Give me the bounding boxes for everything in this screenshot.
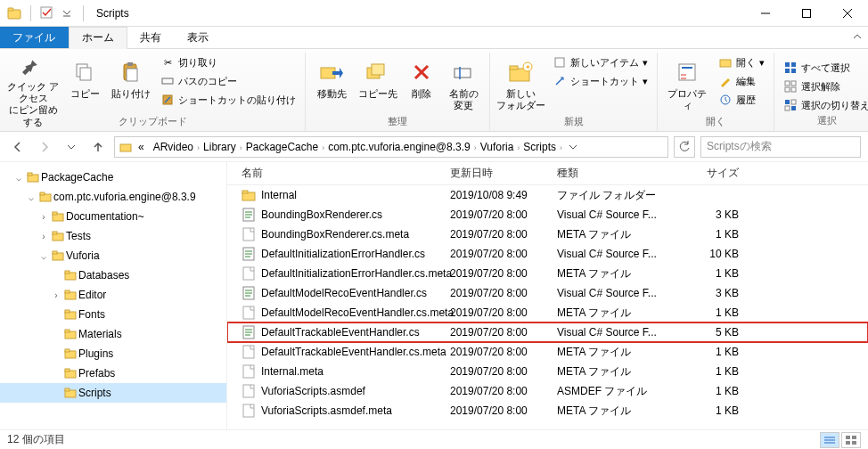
edit-button[interactable]: 編集 <box>715 73 768 89</box>
tree-item[interactable]: ›Documentation~ <box>0 207 226 226</box>
close-button[interactable] <box>827 0 868 27</box>
new-item-icon <box>553 55 567 69</box>
tree-panel[interactable]: ⌵PackageCache⌵com.ptc.vuforia.engine@8.3… <box>0 162 227 429</box>
tree-item[interactable]: ⌵com.ptc.vuforia.engine@8.3.9 <box>0 187 226 207</box>
breadcrumb-item[interactable]: PackageCache <box>242 141 322 153</box>
file-row[interactable]: BoundingBoxRenderer.cs.meta2019/07/20 8:… <box>227 224 868 244</box>
move-to-button[interactable]: 移動先 <box>311 54 352 115</box>
svg-text:✦: ✦ <box>525 63 531 71</box>
tree-item[interactable]: Scripts <box>0 383 226 403</box>
tab-home[interactable]: ホーム <box>69 27 127 49</box>
properties-button[interactable]: プロパティ <box>663 54 711 115</box>
rename-button[interactable]: 名前の 変更 <box>443 54 484 115</box>
file-row[interactable]: DefaultModelRecoEventHandler.cs.meta2019… <box>227 303 868 322</box>
breadcrumb-item[interactable]: ARvideo <box>150 141 197 153</box>
invert-selection-button[interactable]: 選択の切り替え <box>780 97 868 113</box>
file-row[interactable]: DefaultTrackableEventHandler.cs2019/07/2… <box>227 322 868 342</box>
ribbon-collapse-icon[interactable] <box>847 27 868 48</box>
thumbnails-view-button[interactable] <box>841 432 861 448</box>
new-folder-button[interactable]: ✦新しい フォルダー <box>495 54 545 115</box>
breadcrumb-item[interactable]: Vuforia <box>477 141 518 153</box>
folder-icon <box>50 250 66 261</box>
file-name: Internal <box>261 189 297 201</box>
paste-shortcut-button[interactable]: ショートカットの貼り付け <box>157 92 299 108</box>
col-type[interactable]: 種類 <box>557 166 682 181</box>
refresh-button[interactable] <box>674 136 695 158</box>
chevron-right-icon[interactable]: › <box>560 143 562 152</box>
expand-icon[interactable]: › <box>50 290 62 300</box>
file-row[interactable]: VuforiaScripts.asmdef2019/07/20 8:00ASMD… <box>227 381 868 401</box>
copy-button[interactable]: コピー <box>64 54 105 115</box>
file-row[interactable]: DefaultTrackableEventHandler.cs.meta2019… <box>227 342 868 362</box>
copy-path-button[interactable]: パスのコピー <box>157 73 299 89</box>
svg-rect-89 <box>243 365 254 378</box>
back-button[interactable] <box>7 136 29 158</box>
tree-item[interactable]: ⌵PackageCache <box>0 167 226 187</box>
file-row[interactable]: VuforiaScripts.asmdef.meta2019/07/20 8:0… <box>227 401 868 420</box>
file-icon <box>242 364 256 379</box>
svg-rect-42 <box>120 144 131 151</box>
file-row[interactable]: DefaultModelRecoEventHandler.cs2019/07/2… <box>227 283 868 303</box>
new-item-button[interactable]: 新しいアイテム ▾ <box>549 54 651 70</box>
tab-view[interactable]: 表示 <box>175 27 222 48</box>
expand-icon[interactable]: ⌵ <box>12 173 25 183</box>
paste-button[interactable]: 貼り付け <box>109 54 153 115</box>
select-all-button[interactable]: すべて選択 <box>780 60 868 76</box>
tree-item[interactable]: Databases <box>0 265 226 285</box>
history-button[interactable]: 履歴 <box>715 92 768 108</box>
minimize-button[interactable] <box>745 0 786 27</box>
shortcut-icon <box>160 93 175 107</box>
file-row[interactable]: DefaultInitializationErrorHandler.cs2019… <box>227 244 868 264</box>
file-name: DefaultModelRecoEventHandler.cs <box>261 287 427 299</box>
tab-file[interactable]: ファイル <box>0 27 69 48</box>
qa-check-icon[interactable] <box>40 6 54 20</box>
expand-icon[interactable]: ⌵ <box>37 251 50 261</box>
file-size: 1 KB <box>682 228 753 241</box>
tree-item[interactable]: Fonts <box>0 305 226 324</box>
col-name[interactable]: 名前 <box>227 166 450 181</box>
svg-rect-90 <box>243 385 254 397</box>
col-size[interactable]: サイズ <box>682 166 753 181</box>
forward-button[interactable] <box>34 136 55 158</box>
expand-icon[interactable]: › <box>37 232 50 241</box>
up-button[interactable] <box>87 136 109 158</box>
qa-dropdown-icon[interactable] <box>60 6 74 20</box>
expand-icon[interactable]: › <box>37 212 50 222</box>
breadcrumb-item[interactable]: Scripts <box>520 141 560 153</box>
file-row[interactable]: DefaultInitializationErrorHandler.cs.met… <box>227 264 868 283</box>
breadcrumb-item[interactable]: Library <box>200 141 240 153</box>
search-input[interactable]: Scriptsの検索 <box>700 136 861 158</box>
breadcrumb-item[interactable]: com.ptc.vuforia.engine@8.3.9 <box>324 141 474 153</box>
breadcrumb-box[interactable]: « ARvideo›Library›PackageCache›com.ptc.v… <box>114 136 668 158</box>
details-view-button[interactable] <box>820 432 839 448</box>
item-count: 12 個の項目 <box>7 432 65 447</box>
svg-rect-27 <box>679 64 695 80</box>
tree-item[interactable]: Materials <box>0 324 226 344</box>
tree-item[interactable]: Plugins <box>0 344 226 363</box>
recent-dropdown[interactable] <box>61 136 82 158</box>
folder-icon <box>62 309 78 320</box>
file-name: DefaultInitializationErrorHandler.cs <box>261 248 425 260</box>
tab-share[interactable]: 共有 <box>127 27 175 48</box>
tree-item[interactable]: Prefabs <box>0 363 226 383</box>
folder-icon <box>62 388 78 398</box>
open-button[interactable]: 開く ▾ <box>715 54 768 70</box>
col-date[interactable]: 更新日時 <box>450 166 557 181</box>
file-list: 名前 更新日時 種類 サイズ Internal2019/10/08 9:49ファ… <box>227 162 868 429</box>
copy-to-button[interactable]: コピー先 <box>356 54 400 115</box>
file-row[interactable]: Internal.meta2019/07/20 8:00META ファイル1 K… <box>227 362 868 381</box>
tree-item[interactable]: ›Editor <box>0 285 226 305</box>
maximize-button[interactable] <box>786 0 827 27</box>
tree-item[interactable]: ⌵Vuforia <box>0 246 226 265</box>
select-none-button[interactable]: 選択解除 <box>780 78 868 94</box>
file-row[interactable]: BoundingBoxRenderer.cs2019/07/20 8:00Vis… <box>227 205 868 224</box>
address-dropdown[interactable] <box>564 143 582 151</box>
column-headers[interactable]: 名前 更新日時 種類 サイズ <box>227 162 868 185</box>
file-row[interactable]: Internal2019/10/08 9:49ファイル フォルダー <box>227 185 868 205</box>
expand-icon[interactable]: ⌵ <box>25 192 37 202</box>
pin-quickaccess-button[interactable]: クイック アクセス にピン留めする <box>5 54 61 115</box>
delete-button[interactable]: 削除 <box>404 54 439 115</box>
tree-item[interactable]: ›Tests <box>0 226 226 246</box>
cut-button[interactable]: ✂切り取り <box>157 54 299 70</box>
shortcut-button[interactable]: ショートカット ▾ <box>549 73 651 89</box>
